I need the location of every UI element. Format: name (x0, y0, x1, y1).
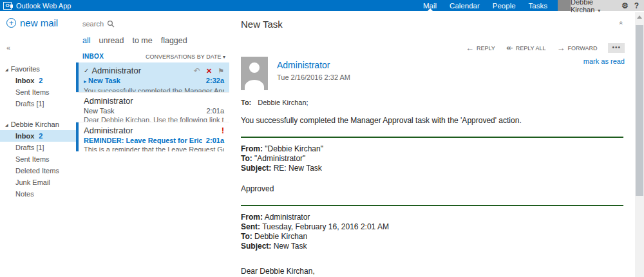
conversation-item[interactable]: Administrator ! REMINDER: Leave Request … (76, 122, 229, 151)
subject-label: Subject: (241, 242, 271, 251)
high-importance-icon: ! (222, 126, 224, 136)
folder-pane: + new mail « ◢ Favorites Inbox2 Sent Ite… (0, 11, 76, 277)
conversation-subject: New Task (84, 106, 202, 115)
to-label: To: (241, 99, 251, 106)
salutation: Dear Debbie Kirchan, (241, 267, 625, 276)
divider (241, 137, 623, 138)
help-icon[interactable]: ? (634, 1, 639, 10)
nav-calendar[interactable]: Calendar (450, 0, 480, 11)
quoted-header-from: From: "Debbie Kirchan" (241, 144, 625, 154)
conversation-preview: This is a reminder that the Leave Reques… (84, 145, 224, 151)
top-bar: O Outlook Web App Mail Calendar People T… (0, 0, 644, 11)
conversation-sender: Administrator (84, 126, 222, 136)
folder-label: Notes (15, 190, 34, 198)
unread-count: 2 (39, 132, 43, 140)
delete-icon[interactable]: ✕ (206, 66, 212, 76)
to-label: To: (241, 154, 252, 163)
folder-favorites-drafts[interactable]: Drafts [1] (0, 98, 76, 110)
folder-label: Junk Email (15, 178, 50, 186)
reply-all-label: REPLY ALL (516, 45, 546, 52)
favorites-tree: ◢ Favorites Inbox2 Sent Items Drafts [1] (0, 63, 76, 110)
sort-label: CONVERSATIONS BY DATE (146, 53, 222, 60)
from-label: From: (241, 213, 263, 222)
collapse-pane-icon[interactable]: « (0, 44, 76, 52)
reply-all-button[interactable]: ↞ REPLY ALL (506, 43, 546, 53)
sent-label: Sent: (241, 222, 260, 231)
folder-inbox[interactable]: Inbox2 (0, 130, 76, 142)
sort-dropdown[interactable]: CONVERSATIONS BY DATE ▾ (146, 53, 225, 60)
conversation-time: 2:01a (206, 106, 224, 115)
recipient-name[interactable]: Debbie Kirchan; (258, 99, 308, 106)
filter-unread[interactable]: unread (99, 36, 124, 45)
search-icon (107, 20, 115, 28)
quoted-header-subject: Subject: RE: New Task (241, 164, 625, 173)
filter-flagged[interactable]: flagged (161, 36, 187, 45)
message-header: Administrator Tue 2/16/2016 2:32 AM (241, 57, 625, 90)
to-label: To: (241, 232, 252, 241)
folder-label: Drafts [1] (15, 144, 44, 151)
body-paragraph: Dear Debbie Kirchan, Use the following l… (241, 267, 625, 277)
forward-button[interactable]: → FORWARD (556, 43, 597, 53)
folder-label: Deleted Items (15, 167, 59, 175)
folder-favorites-sent-items[interactable]: Sent Items (0, 86, 76, 98)
flag-icon[interactable]: ⚑ (218, 66, 224, 76)
sender-name[interactable]: Administrator (277, 60, 350, 70)
plus-icon: + (6, 18, 16, 28)
scrollbar-thumb[interactable] (636, 25, 643, 196)
new-mail-label: new mail (20, 17, 58, 28)
filter-all[interactable]: all (82, 36, 91, 45)
folder-junk-email[interactable]: Junk Email (0, 177, 76, 188)
scroll-up-arrow-icon[interactable] (635, 12, 644, 22)
folder-deleted-items[interactable]: Deleted Items (0, 165, 76, 177)
vertical-scrollbar[interactable] (635, 12, 644, 277)
gear-icon[interactable]: ⚙ (621, 1, 629, 10)
to-value: Debbie Kirchan (254, 232, 307, 241)
reply-label: REPLY (477, 45, 495, 52)
filter-to-me[interactable]: to me (132, 36, 152, 45)
top-bar-divider-block (558, 0, 571, 11)
user-area: Debbie Kirchan ▾ ⚙ ? (571, 0, 644, 11)
body-paragraph: Approved (241, 184, 625, 193)
reply-button[interactable]: ← REPLY (466, 43, 495, 53)
mailbox-tree: ◢ Debbie Kirchan Inbox2 Drafts [1] Sent … (0, 119, 76, 200)
message-timestamp: Tue 2/16/2016 2:32 AM (277, 73, 350, 81)
quoted-header-sent: Sent: Tuesday, February 16, 2016 2:01 AM (241, 222, 625, 232)
search-label: search (82, 20, 104, 28)
nav-mail[interactable]: Mail (423, 0, 437, 11)
tree-header-favorites[interactable]: ◢ Favorites (0, 63, 76, 75)
message-list-pane: search all unread to me flagged INBOX CO… (76, 11, 229, 277)
message-title: New Task (241, 19, 625, 30)
conversation-sender: Administrator (84, 96, 224, 106)
list-header: INBOX CONVERSATIONS BY DATE ▾ (76, 45, 229, 62)
tree-header-mailbox[interactable]: ◢ Debbie Kirchan (0, 119, 76, 130)
collapse-reading-pane-icon[interactable]: « (618, 21, 625, 25)
forward-label: FORWARD (567, 45, 597, 52)
folder-sent-items[interactable]: Sent Items (0, 153, 76, 165)
conversation-time: 2:32a (206, 76, 224, 86)
quoted-header-from: From: Administrator (241, 213, 625, 222)
tree-title: Favorites (11, 65, 40, 73)
current-folder-label: INBOX (82, 53, 104, 60)
from-value: Administrator (265, 213, 310, 222)
folder-drafts[interactable]: Drafts [1] (0, 142, 76, 153)
subject-value: RE: New Task (274, 164, 322, 173)
nav-tasks[interactable]: Tasks (529, 0, 547, 11)
more-actions-button[interactable]: ••• (608, 43, 625, 53)
conversation-subject: REMINDER: Leave Request for Eric Schaffe… (84, 136, 202, 145)
avatar (241, 57, 268, 90)
search-box[interactable]: search (76, 20, 229, 28)
reply-icon[interactable]: ↶ (194, 66, 200, 76)
folder-notes[interactable]: Notes (0, 188, 76, 200)
conversation-item[interactable]: Administrator New Task 2:01a Dear Debbie… (76, 92, 229, 122)
nav-people[interactable]: People (493, 0, 516, 11)
conversation-item[interactable]: ✓ Administrator ↶ ✕ ⚑ ▸New Task 2:32a Yo… (76, 62, 229, 92)
folder-favorites-inbox[interactable]: Inbox2 (0, 75, 76, 86)
conversation-preview: Dear Debbie Kirchan, Use the following l… (84, 115, 224, 122)
subject-text: New Task (88, 77, 120, 84)
new-mail-button[interactable]: + new mail (0, 17, 76, 28)
expand-conversation-icon[interactable]: ▸ (84, 79, 86, 84)
check-icon: ✓ (84, 66, 89, 76)
mark-as-read-link[interactable]: mark as read (583, 57, 625, 65)
sent-value: Tuesday, February 16, 2016 2:01 AM (262, 222, 389, 231)
twisty-icon: ◢ (5, 67, 8, 72)
